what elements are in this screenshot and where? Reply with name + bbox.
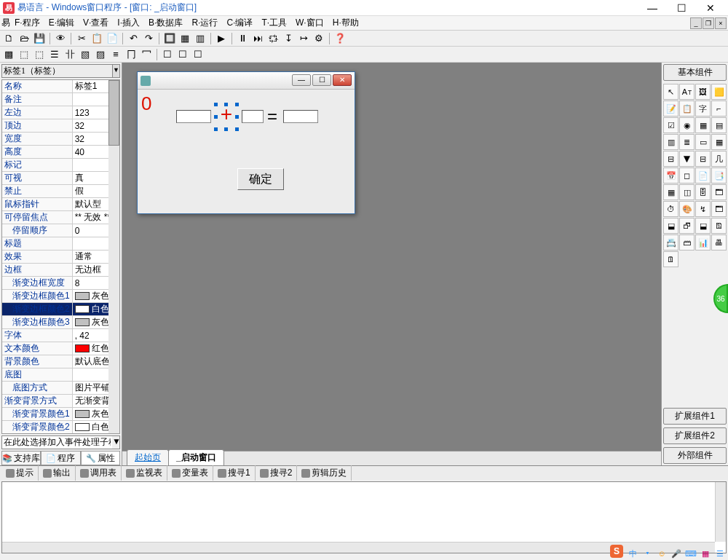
toolbar-button[interactable]: 📋 [90, 31, 104, 46]
toolbox-header-basic[interactable]: 基本组件 [663, 64, 727, 81]
form-close-button[interactable]: ✕ [333, 74, 352, 86]
prop-name[interactable]: 高度 [2, 146, 72, 159]
bottom-tab[interactable]: 输出 [39, 465, 76, 481]
bottom-tab[interactable]: 搜寻1 [213, 465, 256, 481]
toolbar-button[interactable]: ↷ [141, 31, 156, 46]
resize-handle[interactable] [235, 115, 239, 119]
prop-value[interactable]: 灰色 [72, 434, 120, 435]
toolbar-button[interactable]: 卝 [63, 47, 77, 62]
tray-keyboard-icon[interactable]: ⌨ [686, 548, 696, 559]
toolbox-item[interactable]: Aꭲ [679, 84, 695, 100]
toolbar-button[interactable]: ▧ [78, 47, 92, 62]
toolbox-item[interactable]: ▭ [695, 134, 711, 150]
prop-name[interactable]: 渐变背景颜色1 [2, 408, 72, 421]
maximize-button[interactable]: ☐ [667, 1, 696, 15]
toolbar-button[interactable]: ☐ [191, 47, 205, 62]
toolbox-item[interactable]: 🗃 [679, 234, 695, 251]
toolbar-button[interactable]: ↶ [126, 31, 141, 46]
prop-name[interactable]: 标题 [2, 237, 72, 251]
prop-name[interactable]: 可视 [2, 172, 72, 185]
prop-name[interactable]: 备注 [2, 93, 72, 106]
design-form-body[interactable]: 0 + = 确定 [138, 90, 355, 213]
prop-name[interactable]: 渐变背景方式 [2, 395, 72, 408]
tray-skin-icon[interactable]: ▦ [700, 548, 711, 559]
prop-scrollbar[interactable] [108, 80, 119, 433]
resize-handle[interactable] [214, 127, 218, 131]
toolbox-item[interactable]: ◉ [679, 117, 695, 133]
menu-item[interactable]: R·运行 [187, 15, 222, 31]
bottom-tab[interactable]: 搜寻2 [256, 465, 298, 481]
toolbox-item[interactable]: 📇 [663, 234, 678, 251]
toolbar-button[interactable]: ☐ [175, 47, 190, 62]
mdi-min-button[interactable]: _ [690, 17, 702, 29]
design-form[interactable]: — ☐ ✕ 0 + = 确定 [137, 71, 355, 214]
toolbar-button[interactable]: ▶ [214, 31, 229, 46]
toolbar-button[interactable]: ▥ [193, 31, 207, 46]
toolbox-item[interactable]: 🖻 [711, 218, 727, 234]
toolbox-item[interactable]: 📝 [663, 100, 678, 117]
scrollbar-horizontal[interactable] [2, 542, 715, 553]
toolbar-button[interactable]: ↦ [296, 31, 311, 46]
prop-name[interactable]: 渐变边框颜色1 [2, 290, 72, 303]
toolbar-button[interactable]: 🗋 [1, 31, 16, 46]
toolbar-button[interactable]: ❓ [333, 31, 347, 46]
toolbox-item[interactable]: 📊 [695, 234, 711, 251]
event-selector[interactable]: ▼ [1, 435, 120, 449]
resize-handle[interactable] [214, 103, 218, 106]
toolbar-button[interactable]: ▩ [1, 47, 16, 62]
toolbox-item[interactable]: 几 [711, 151, 727, 167]
toolbar-button[interactable]: ✂ [74, 31, 89, 46]
property-grid[interactable]: 名称标签1备注左边123顶边32宽度32高度40标记可视真禁止假鼠标指针默认型可… [1, 79, 120, 434]
menu-item[interactable]: T·工具 [257, 15, 291, 31]
resize-handle[interactable] [235, 127, 239, 131]
form-max-button[interactable]: ☐ [312, 74, 331, 86]
toolbox-item[interactable]: ⌐ [711, 100, 727, 117]
toolbar-button[interactable]: ⏸ [235, 31, 250, 46]
resize-handle[interactable] [235, 103, 239, 106]
toolbox-item[interactable]: ⬓ [695, 218, 711, 234]
toolbar-button[interactable]: ⏭ [250, 31, 265, 46]
toolbox-item[interactable]: 📄 [695, 167, 711, 184]
editbox-2[interactable] [242, 110, 264, 123]
prop-name[interactable]: 边框 [2, 264, 72, 277]
toolbar-button[interactable]: ☰ [47, 47, 62, 62]
prop-name[interactable]: 底图方式 [2, 382, 72, 395]
toolbar-button[interactable]: ☐ [160, 47, 175, 62]
toolbox-item[interactable]: 📑 [711, 167, 727, 184]
dropdown-icon[interactable]: ▼ [112, 436, 121, 449]
menu-item[interactable]: C·编译 [222, 15, 257, 31]
toolbox-item[interactable]: ⊟ [663, 151, 678, 167]
menu-item[interactable]: V·查看 [79, 15, 113, 31]
prop-name[interactable]: 底图 [2, 368, 72, 382]
toolbox-header-ext2[interactable]: 扩展组件2 [663, 427, 727, 444]
toolbar-button[interactable]: 👁 [53, 31, 68, 46]
toolbox-item[interactable]: 🎨 [679, 201, 695, 217]
toolbox-item[interactable]: ⯆ [679, 151, 695, 167]
editbox-3[interactable] [283, 110, 318, 123]
prop-name[interactable]: 名称 [2, 80, 72, 93]
prop-name[interactable]: 左边 [2, 106, 72, 119]
menu-item[interactable]: F·程序 [10, 15, 44, 31]
toolbox-item[interactable]: ◫ [679, 184, 695, 200]
bottom-tab[interactable]: 监视表 [122, 465, 167, 481]
toolbox-item[interactable]: 🗗 [679, 218, 695, 234]
resize-handle[interactable] [224, 127, 228, 131]
output-area[interactable] [1, 481, 727, 553]
toolbox-item[interactable]: 📋 [679, 100, 695, 117]
toolbox-item[interactable]: 🟨 [711, 84, 727, 100]
bottom-tab[interactable]: 变量表 [167, 465, 213, 481]
toolbox-item[interactable]: ≣ [679, 134, 695, 150]
menu-item[interactable]: B·数据库 [144, 15, 187, 31]
component-selector[interactable]: ▼ [1, 64, 120, 78]
toolbar-button[interactable]: ▦ [178, 31, 192, 46]
toolbar-button[interactable]: 冖 [139, 47, 154, 62]
prop-name[interactable]: 标记 [2, 159, 72, 172]
resize-handle[interactable] [224, 103, 228, 106]
toolbox-item[interactable]: ⊟ [695, 151, 711, 167]
ok-button[interactable]: 确定 [237, 168, 284, 190]
toolbox-item[interactable]: ▦ [711, 134, 727, 150]
tray-menu-icon[interactable]: ☰ [715, 548, 725, 559]
prop-name[interactable]: 可停留焦点 [2, 211, 72, 224]
toolbox-item[interactable]: ▦ [695, 117, 711, 133]
toolbar-button[interactable]: ≡ [108, 47, 123, 62]
